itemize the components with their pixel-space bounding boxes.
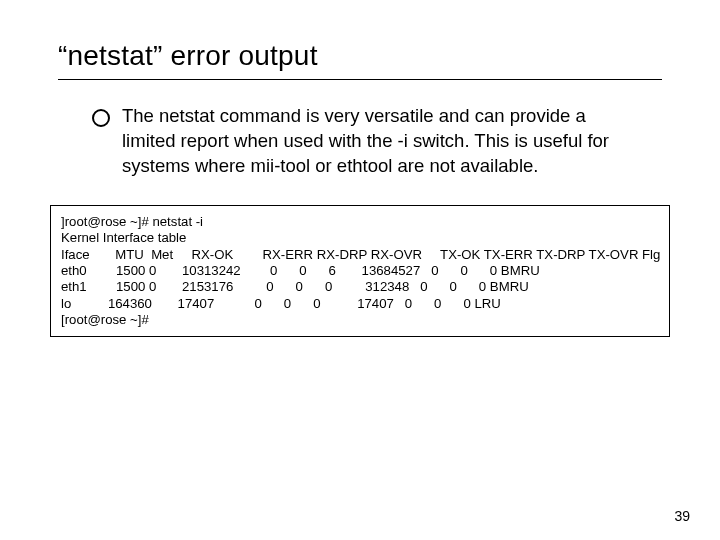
circle-bullet-icon xyxy=(92,109,110,127)
terminal-output-box: ]root@rose ~]# netstat -i Kernel Interfa… xyxy=(50,205,670,338)
bullet-item: The netstat command is very versatile an… xyxy=(92,104,634,179)
slide-title: “netstat” error output xyxy=(0,0,720,76)
paragraph-text: The netstat command is very versatile an… xyxy=(122,104,634,179)
page-number: 39 xyxy=(674,508,690,524)
slide: “netstat” error output The netstat comma… xyxy=(0,0,720,540)
terminal-output-text: ]root@rose ~]# netstat -i Kernel Interfa… xyxy=(61,214,659,329)
body-text: The netstat command is very versatile an… xyxy=(0,80,720,193)
